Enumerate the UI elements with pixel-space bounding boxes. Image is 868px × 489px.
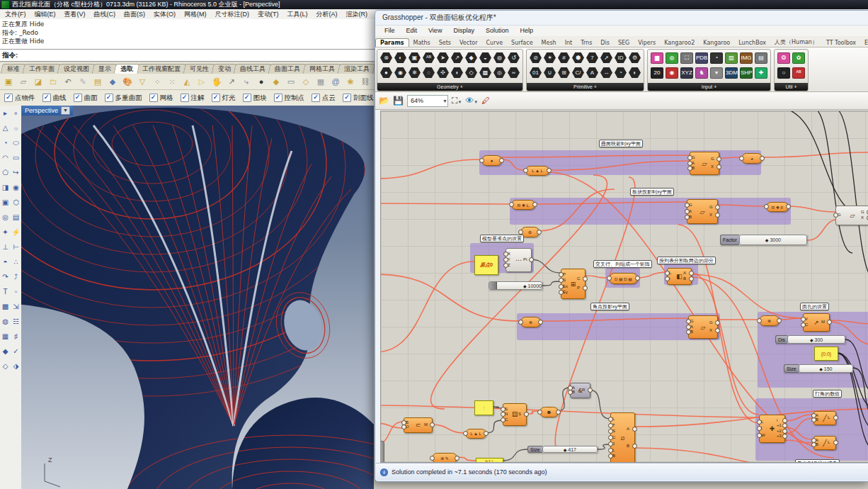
gh-port[interactable]: [499, 158, 504, 163]
rhino-sidebar-tool-icon[interactable]: ✦: [0, 225, 11, 240]
slider-handle[interactable]: ◆: [819, 366, 823, 371]
osnap-checkbox[interactable]: ✓: [74, 94, 82, 102]
gh-slider-size-slider-150[interactable]: Size◆150: [784, 364, 853, 373]
rhino-menu-item[interactable]: 曲线(C): [91, 9, 120, 19]
rhino-sidebar-tool-icon[interactable]: ▣: [0, 195, 11, 210]
palette-icon[interactable]: ▩: [479, 67, 491, 78]
rhino-menu-item[interactable]: 编辑(E): [31, 9, 59, 19]
rhino-toolbar-icon[interactable]: ⁘: [151, 75, 164, 88]
rhino-toolbar-icon[interactable]: ●: [255, 75, 268, 88]
osnap-灯光[interactable]: ✓灯光: [212, 94, 236, 103]
gh-port[interactable]: [518, 320, 523, 325]
gh-menu-file[interactable]: File: [379, 26, 400, 36]
gh-tab-LunchBox[interactable]: LunchBox: [734, 39, 770, 47]
rhino-sidebar-tool-icon[interactable]: ⊥: [0, 240, 11, 254]
osnap-控制点[interactable]: ✓控制点: [274, 94, 305, 103]
rhino-viewport[interactable]: Perspective ▼ Z: [21, 106, 374, 489]
osnap-checkbox[interactable]: ✓: [181, 94, 189, 102]
gh-tab-Params[interactable]: Params: [375, 38, 409, 47]
slider-track[interactable]: ◆3000: [739, 235, 807, 245]
grasshopper-title-bar[interactable]: Grasshopper - 双曲面铝板优化程序*: [375, 11, 868, 25]
rhino-sidebar-tool-icon[interactable]: ↷: [0, 269, 11, 284]
gh-output-port-C[interactable]: [583, 276, 588, 281]
osnap-网格[interactable]: ✓网格: [149, 94, 173, 103]
rhino-tab-可见性[interactable]: 可见性: [183, 64, 216, 74]
gh-port[interactable]: [484, 431, 489, 436]
gh-slider-size-slider-417[interactable]: Size◆417: [527, 446, 598, 453]
rhino-toolbar-icon[interactable]: 🗀: [47, 75, 59, 88]
palette-icon[interactable]: PDB: [695, 52, 708, 64]
gh-tab-Curve[interactable]: Curve: [482, 39, 508, 47]
rhino-toolbar-icon[interactable]: ◆: [106, 75, 119, 88]
grasshopper-canvas[interactable]: 曲面映射到xy平面板块投影到xy平面角点投影xy平面模型基准点的设置圆孔的设置打…: [380, 111, 868, 463]
gh-component-srf-capsule[interactable]: R ❖ L: [511, 200, 535, 210]
rhino-tab-曲线工具[interactable]: 曲线工具: [234, 64, 273, 74]
rhino-toolbar-icon[interactable]: ⛓: [359, 75, 372, 88]
gh-port[interactable]: [547, 168, 552, 173]
rhino-sidebar-tool-icon[interactable]: ◓: [0, 254, 11, 269]
palette-icon[interactable]: ●: [380, 67, 392, 78]
osnap-checkbox[interactable]: ✓: [105, 94, 113, 102]
palette-icon[interactable]: ❂: [777, 52, 790, 64]
rhino-menu-item[interactable]: 网格(M): [181, 9, 210, 19]
gh-output-port-R[interactable]: [588, 388, 593, 393]
slider-track[interactable]: ◆417: [542, 446, 598, 453]
palette-icon[interactable]: ᴬᴮ: [423, 52, 435, 63]
gh-tab-Dis[interactable]: Dis: [596, 39, 614, 47]
gh-slider-dis-slider[interactable]: Dis◆300: [775, 335, 845, 344]
gh-output-port-G[interactable]: [715, 205, 720, 210]
palette-icon[interactable]: ▣: [409, 52, 421, 63]
osnap-注解[interactable]: ✓注解: [181, 94, 205, 103]
gh-tab-Sets[interactable]: Sets: [435, 39, 455, 47]
gh-output-port-M[interactable]: [827, 320, 832, 325]
slider-track[interactable]: ◆300: [787, 335, 845, 344]
osnap-多重曲面[interactable]: ✓多重曲面: [105, 94, 142, 103]
gh-port[interactable]: [538, 320, 543, 325]
gh-menu-edit[interactable]: Edit: [401, 26, 423, 36]
gh-output-port-B[interactable]: [632, 444, 637, 449]
gh-tab-Int[interactable]: Int: [561, 39, 577, 47]
slider-track[interactable]: ◆150: [799, 364, 853, 373]
rhino-sidebar-tool-icon[interactable]: ⊢: [11, 240, 21, 254]
gh-tab-Trns[interactable]: Trns: [576, 39, 596, 47]
palette-icon[interactable]: ◔: [710, 52, 723, 64]
gh-port[interactable]: [537, 230, 542, 235]
rhino-sidebar-tool-icon[interactable]: ⌔: [11, 120, 21, 135]
palette-group-label[interactable]: Geometry +: [377, 83, 522, 91]
rhino-sidebar-tool-icon[interactable]: ▫: [11, 284, 21, 299]
palette-group-label[interactable]: Util +: [775, 83, 808, 91]
rhino-sidebar-tool-icon[interactable]: ◉: [11, 180, 21, 195]
palette-icon[interactable]: SHP: [740, 67, 753, 79]
rhino-tab-工作视窗配置[interactable]: 工作视窗配置: [136, 64, 188, 74]
gh-port[interactable]: [430, 456, 435, 461]
gh-output-port-X[interactable]: [716, 164, 721, 169]
gh-port[interactable]: [509, 202, 514, 207]
palette-icon[interactable]: ◍: [493, 52, 506, 63]
palette-icon[interactable]: A: [586, 67, 598, 78]
palette-icon[interactable]: ♞: [695, 67, 708, 79]
osnap-checkbox[interactable]: ✓: [4, 94, 13, 102]
palette-group-label[interactable]: Input +: [648, 83, 770, 91]
rhino-toolbar-icon[interactable]: ✎: [76, 75, 89, 88]
gh-tab-Kangaroo2[interactable]: Kangaroo2: [660, 39, 699, 47]
palette-icon[interactable]: ◍: [666, 52, 678, 64]
rhino-toolbar-icon[interactable]: ⁙: [166, 75, 178, 88]
preview-eye-icon[interactable]: 👁▼: [465, 96, 478, 106]
gh-output-port-S[interactable]: [524, 412, 529, 417]
palette-icon[interactable]: ◔: [615, 67, 627, 78]
palette-icon[interactable]: ▾: [710, 67, 723, 79]
rhino-sidebar-tool-icon[interactable]: ▤: [11, 210, 21, 225]
gh-port[interactable]: [760, 156, 765, 161]
gh-port[interactable]: [739, 156, 744, 161]
rhino-sidebar-tool-icon[interactable]: ◨: [0, 180, 11, 195]
save-file-icon[interactable]: 💾: [393, 96, 404, 106]
rhino-tab-曲面工具[interactable]: 曲面工具: [268, 64, 307, 74]
gh-port[interactable]: [518, 230, 523, 235]
palette-icon[interactable]: ➤: [437, 52, 449, 63]
gh-port[interactable]: [757, 318, 762, 323]
rhino-toolbar-icon[interactable]: ▱: [17, 75, 30, 88]
rhino-sidebar-tool-icon[interactable]: ▦: [0, 329, 11, 344]
osnap-checkbox[interactable]: ✓: [312, 94, 320, 102]
rhino-sidebar-tool-icon[interactable]: ◆: [0, 344, 11, 359]
palette-icon[interactable]: 20: [651, 67, 663, 79]
